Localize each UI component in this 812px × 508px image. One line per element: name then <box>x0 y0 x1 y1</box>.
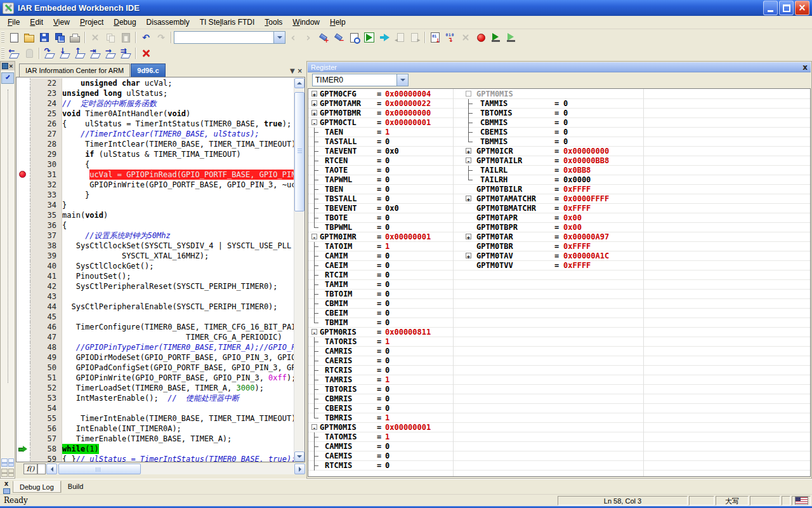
register-row-tbmris[interactable]: TBMRIS=1 <box>308 413 453 423</box>
code-line-44[interactable]: 44 SysCtlPeripheralEnable(SYSCTL_PERIPH_… <box>16 302 294 312</box>
register-value[interactable]: 0x0000 <box>563 175 591 185</box>
register-row-tatoris[interactable]: TATORIS=1 <box>308 337 453 347</box>
register-row-tbmim[interactable]: TBMIM=0 <box>308 318 453 328</box>
breakpoint-margin[interactable] <box>16 231 30 241</box>
register-value[interactable]: 0x0000FFFF <box>563 194 609 204</box>
register-row-cbmmis[interactable]: CBMMIS=0 <box>459 118 810 128</box>
breakpoint-icon[interactable] <box>19 171 26 178</box>
toolbar-grip[interactable] <box>1 32 4 43</box>
step-into-button[interactable]: ↓ <box>57 46 72 60</box>
register-value[interactable]: 0x00000A1C <box>563 251 609 261</box>
collapse-icon[interactable]: - <box>311 424 317 430</box>
save-all-button[interactable] <box>52 30 67 44</box>
make-button[interactable] <box>362 30 377 44</box>
register-value[interactable]: 0 <box>563 128 568 137</box>
register-row-cberis[interactable]: CBERIS=0 <box>308 404 453 413</box>
output-tab-build[interactable]: Build <box>61 481 89 493</box>
code-line-23[interactable]: 23unsigned long ulStatus; <box>16 88 294 98</box>
breakpoint-margin[interactable] <box>16 129 30 139</box>
code-text[interactable] <box>62 403 294 413</box>
register-value[interactable]: 1 <box>385 375 390 385</box>
code-text[interactable]: IntMasterEnable(); // 使能处理器中断 <box>62 393 294 403</box>
register-row-gptm0ris[interactable]: -GPTM0RIS=0x00000811 <box>308 328 453 337</box>
editor-horizontal-scrollbar[interactable] <box>57 464 294 474</box>
register-row-tamris[interactable]: TAMRIS=1 <box>308 375 453 385</box>
register-value[interactable]: 0 <box>385 137 390 147</box>
go-button[interactable]: ⇉ <box>118 46 133 60</box>
register-value[interactable]: 0 <box>385 223 390 232</box>
register-row-cammis[interactable]: CAMMIS=0 <box>308 442 453 451</box>
collapse-icon[interactable]: - <box>311 329 317 335</box>
register-row-cbmim[interactable]: CBMIM=0 <box>308 299 453 309</box>
register-value[interactable]: 0 <box>385 290 390 299</box>
register-row-gptm0mis[interactable]: -GPTM0MIS=0x00000001 <box>308 423 453 432</box>
register-value[interactable]: 0 <box>385 175 390 185</box>
register-row-cbeim[interactable]: CBEIM=0 <box>308 309 453 318</box>
expand-icon[interactable]: + <box>466 253 471 258</box>
split-box[interactable] <box>37 464 46 474</box>
register-row-taote[interactable]: TAOTE=0 <box>308 166 453 175</box>
code-line-45[interactable]: 45 <box>16 312 294 322</box>
code-line-47[interactable]: 47 TIMER_CFG_A_PERIODIC) <box>16 332 294 342</box>
breakpoint-margin[interactable] <box>16 241 30 251</box>
register-value[interactable]: 0x00 <box>563 213 582 223</box>
register-row-tbmmis[interactable]: TBMMIS=0 <box>459 137 810 147</box>
code-text[interactable]: IntEnable(INT_TIMER0A); <box>62 424 294 434</box>
code-line-56[interactable]: 56 IntEnable(INT_TIMER0A); <box>16 424 294 434</box>
code-text[interactable]: { <box>62 220 294 231</box>
register-value[interactable]: 0xFFFF <box>563 261 591 271</box>
download-and-debug-button[interactable] <box>488 30 504 44</box>
code-text[interactable]: TimerIntEnable(TIMER0_BASE, TIMER_TIMA_T… <box>62 413 294 424</box>
register-value[interactable]: 0 <box>385 318 390 328</box>
code-text[interactable]: TimerEnable(TIMER0_BASE, TIMER_A); <box>62 434 294 444</box>
breakpoint-margin[interactable] <box>16 403 30 413</box>
register-value[interactable]: 0xFFFF <box>563 185 591 194</box>
code-line-55[interactable]: 55 TimerIntEnable(TIMER0_BASE, TIMER_TIM… <box>16 413 294 424</box>
mini-scroll-left-button[interactable] <box>1 458 8 467</box>
code-line-24[interactable]: 24// 定时器的中断服务函数 <box>16 98 294 109</box>
scroll-left-button[interactable] <box>46 464 57 474</box>
register-value[interactable]: 0 <box>563 137 568 147</box>
code-text[interactable] <box>62 312 294 322</box>
code-line-57[interactable]: 57 TimerEnable(TIMER0_BASE, TIMER_A); <box>16 434 294 444</box>
code-line-26[interactable]: 26{ ulStatus = TimerIntStatus(TIMER0_BAS… <box>16 119 294 129</box>
register-row-caeim[interactable]: CAEIM=0 <box>308 261 453 271</box>
code-line-39[interactable]: 39 SYSCTL_XTAL_16MHZ); <box>16 251 294 261</box>
register-row-gptm0tbr[interactable]: GPTM0TBR=0xFFFF <box>459 242 810 251</box>
register-value[interactable]: 0xFFFF <box>563 242 591 251</box>
breakpoint-margin[interactable] <box>16 302 30 312</box>
register-value[interactable]: 0x0 <box>385 147 399 156</box>
menu-disassembly[interactable]: Disassembly <box>141 17 195 28</box>
register-value[interactable]: 0x00000000 <box>563 147 609 156</box>
stop-build-button[interactable] <box>458 30 473 44</box>
compile-back-button[interactable] <box>392 30 407 44</box>
breakpoint-margin[interactable] <box>16 210 30 220</box>
find-previous-button[interactable]: ‹ <box>285 30 301 44</box>
register-row-tatoim[interactable]: TATOIM=1 <box>308 242 453 251</box>
stop-debugging-button[interactable] <box>138 46 154 60</box>
quick-search-combobox[interactable] <box>174 31 285 44</box>
breakpoint-margin[interactable] <box>16 322 30 332</box>
register-row-tbstall[interactable]: TBSTALL=0 <box>308 194 453 204</box>
breakpoint-margin[interactable] <box>16 332 30 342</box>
find-next-button[interactable]: › <box>301 30 316 44</box>
breakpoint-margin[interactable] <box>16 220 30 231</box>
code-text[interactable]: TimerLoadSet(TIMER0_BASE, TIMER_A, 3000)… <box>62 383 294 393</box>
break-button[interactable] <box>22 46 37 60</box>
register-value[interactable]: 1 <box>385 242 390 251</box>
scroll-down-button[interactable] <box>294 451 304 462</box>
register-value[interactable]: 0 <box>385 213 390 223</box>
code-line-48[interactable]: 48 //GPIOPinTypeTimer(TIMER0_BASE,TIMER_… <box>16 342 294 352</box>
register-row-gptm0mis[interactable]: GPTM0MIS <box>459 90 810 99</box>
code-text[interactable]: { }// ulStatus = TimerIntStatus(TIMER0_B… <box>62 454 294 462</box>
register-row-tailrh[interactable]: TAILRH=0x0000 <box>459 175 810 185</box>
toggle-breakpoint-button[interactable] <box>473 30 488 44</box>
code-text[interactable]: //设置系统时钟为50Mhz <box>62 231 294 241</box>
register-row-gptm0tailr[interactable]: -GPTM0TAILR=0x00000BB8 <box>459 156 810 166</box>
code-text[interactable]: void Timer0AIntHandler(void) <box>62 109 294 119</box>
register-row-gptm0tbmr[interactable]: +GPTM0TBMR=0x00000000 <box>308 109 453 118</box>
register-row-gptm0tbmatchr[interactable]: GPTM0TBMATCHR=0xFFFF <box>459 204 810 213</box>
register-value[interactable]: 0 <box>385 309 390 318</box>
compile-button[interactable] <box>428 30 443 44</box>
breakpoint-margin[interactable] <box>16 190 30 200</box>
